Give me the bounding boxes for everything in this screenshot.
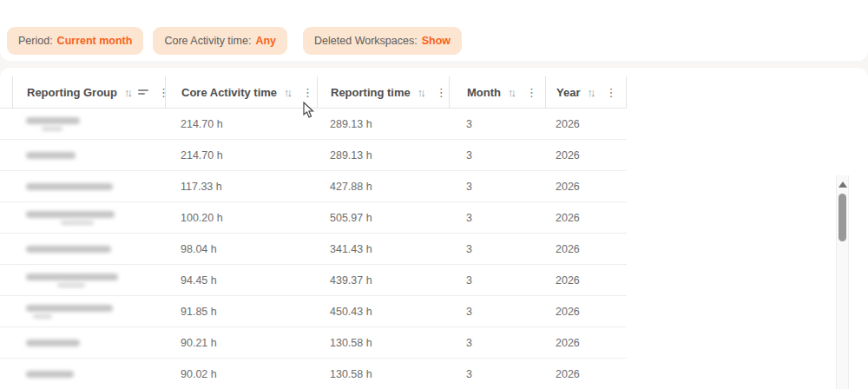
month-cell: 3 bbox=[449, 181, 545, 193]
redacted-name bbox=[26, 274, 118, 280]
year-cell: 2026 bbox=[545, 243, 627, 255]
redacted-name bbox=[26, 211, 115, 218]
sort-icon[interactable]: ↑↓ bbox=[418, 86, 426, 99]
core-activity-time-cell: 94.45 h bbox=[165, 274, 317, 287]
reporting-group-cell bbox=[0, 371, 165, 378]
column-header-reporting-time[interactable]: Reporting time ↑↓ ⋮ bbox=[317, 76, 449, 108]
core-activity-time-cell: 214.70 h bbox=[165, 149, 317, 162]
sort-icon[interactable]: ↑↓ bbox=[587, 86, 595, 99]
reporting-time-cell: 341.43 h bbox=[317, 243, 449, 255]
table-row[interactable]: 91.85 h 450.43 h 3 2026 bbox=[0, 296, 627, 327]
table-row[interactable]: 214.70 h 289.13 h 3 2026 bbox=[0, 109, 627, 140]
filter-icon[interactable] bbox=[138, 89, 148, 95]
month-cell: 3 bbox=[449, 118, 545, 130]
redacted-name bbox=[26, 340, 80, 346]
reporting-time-cell: 289.13 h bbox=[317, 118, 449, 130]
column-label: Month bbox=[467, 86, 501, 99]
table-row[interactable]: 94.45 h 439.37 h 3 2026 bbox=[0, 265, 627, 296]
sort-icon[interactable]: ↑↓ bbox=[284, 86, 293, 99]
reporting-group-cell bbox=[0, 305, 165, 319]
column-header-reporting-group[interactable]: Reporting Group ↑↓ ⋮ bbox=[12, 76, 165, 108]
column-header-year[interactable]: Year ↑↓ ⋮ bbox=[545, 76, 627, 108]
filters-panel: Period: Current month Core Activity time… bbox=[0, 0, 868, 61]
core-activity-time-cell: 214.70 h bbox=[165, 118, 317, 130]
core-activity-time-cell: 98.04 h bbox=[165, 243, 317, 255]
reporting-time-cell: 450.43 h bbox=[317, 306, 449, 318]
filter-chip-value: Current month bbox=[57, 35, 133, 47]
vertical-scrollbar[interactable] bbox=[836, 175, 849, 389]
month-cell: 3 bbox=[449, 368, 545, 380]
reporting-time-cell: 427.88 h bbox=[317, 181, 449, 193]
redacted-name bbox=[26, 246, 111, 253]
year-cell: 2026 bbox=[545, 368, 627, 380]
scroll-up-icon[interactable] bbox=[838, 181, 847, 188]
year-cell: 2026 bbox=[545, 274, 627, 287]
filter-chip-label: Core Activity time: bbox=[164, 35, 251, 47]
redacted-subtext bbox=[57, 283, 85, 287]
reporting-time-cell: 130.58 h bbox=[317, 368, 449, 380]
table-header-row: Reporting Group ↑↓ ⋮ Core Activity time … bbox=[12, 76, 627, 108]
filter-chip-label: Deleted Workspaces: bbox=[314, 35, 418, 47]
filter-chips: Period: Current month Core Activity time… bbox=[7, 27, 462, 55]
month-cell: 3 bbox=[449, 337, 545, 349]
redacted-name bbox=[26, 183, 113, 190]
report-table: Reporting Group ↑↓ ⋮ Core Activity time … bbox=[0, 68, 868, 389]
redacted-subtext bbox=[42, 127, 62, 131]
year-cell: 2026 bbox=[545, 212, 627, 224]
sort-icon[interactable]: ↑↓ bbox=[124, 86, 133, 99]
reporting-group-cell bbox=[0, 152, 165, 159]
column-header-month[interactable]: Month ↑↓ ⋮ bbox=[449, 76, 545, 108]
redacted-name bbox=[26, 371, 74, 378]
table-row[interactable]: 214.70 h 289.13 h 3 2026 bbox=[0, 140, 627, 171]
reporting-group-cell bbox=[0, 340, 165, 346]
year-cell: 2026 bbox=[545, 181, 627, 193]
filter-chip-period[interactable]: Period: Current month bbox=[7, 27, 143, 55]
column-label: Core Activity time bbox=[181, 86, 277, 99]
redacted-subtext bbox=[33, 314, 52, 319]
filter-chip-value: Show bbox=[422, 35, 450, 47]
month-cell: 3 bbox=[449, 274, 545, 287]
table-row[interactable]: 100.20 h 505.97 h 3 2026 bbox=[0, 202, 627, 234]
table-row[interactable]: 117.33 h 427.88 h 3 2026 bbox=[0, 171, 627, 202]
reporting-group-cell bbox=[0, 246, 165, 253]
column-label: Year bbox=[556, 86, 580, 99]
redacted-subtext bbox=[61, 221, 94, 225]
core-activity-time-cell: 100.20 h bbox=[165, 212, 317, 224]
column-label: Reporting time bbox=[331, 86, 411, 99]
column-menu-icon[interactable]: ⋮ bbox=[526, 86, 537, 99]
reporting-group-cell bbox=[0, 274, 165, 287]
core-activity-time-cell: 117.33 h bbox=[165, 181, 317, 193]
column-label: Reporting Group bbox=[27, 86, 117, 99]
table-row[interactable]: 90.21 h 130.58 h 3 2026 bbox=[0, 327, 627, 359]
year-cell: 2026 bbox=[545, 337, 627, 349]
core-activity-time-cell: 90.21 h bbox=[165, 337, 317, 349]
column-menu-icon[interactable]: ⋮ bbox=[436, 86, 447, 99]
reporting-group-cell bbox=[0, 183, 165, 190]
core-activity-time-cell: 90.02 h bbox=[165, 368, 317, 380]
table-row[interactable]: 98.04 h 341.43 h 3 2026 bbox=[0, 234, 627, 265]
year-cell: 2026 bbox=[545, 306, 627, 318]
year-cell: 2026 bbox=[545, 118, 627, 130]
month-cell: 3 bbox=[449, 212, 545, 224]
reporting-group-cell bbox=[0, 211, 165, 225]
reporting-time-cell: 130.58 h bbox=[317, 337, 449, 349]
redacted-name bbox=[26, 117, 80, 124]
scrollbar-thumb[interactable] bbox=[838, 194, 846, 241]
filter-chip-value: Any bbox=[255, 35, 276, 47]
column-menu-icon[interactable]: ⋮ bbox=[605, 86, 616, 99]
reporting-time-cell: 289.13 h bbox=[317, 149, 449, 162]
core-activity-time-cell: 91.85 h bbox=[165, 306, 317, 318]
filter-chip-label: Period: bbox=[18, 35, 53, 47]
redacted-name bbox=[26, 152, 76, 159]
filter-chip-deleted-workspaces[interactable]: Deleted Workspaces: Show bbox=[303, 27, 462, 55]
column-header-core-activity-time[interactable]: Core Activity time ↑↓ ⋮ bbox=[165, 76, 317, 108]
reporting-group-cell bbox=[0, 117, 165, 131]
redacted-name bbox=[26, 305, 113, 312]
sort-icon[interactable]: ↑↓ bbox=[508, 86, 516, 99]
month-cell: 3 bbox=[449, 149, 545, 162]
year-cell: 2026 bbox=[545, 149, 627, 162]
column-menu-icon[interactable]: ⋮ bbox=[302, 86, 313, 99]
filter-chip-core-activity-time[interactable]: Core Activity time: Any bbox=[153, 27, 287, 55]
reporting-time-cell: 439.37 h bbox=[317, 274, 449, 287]
table-row[interactable]: 90.02 h 130.58 h 3 2026 bbox=[0, 359, 627, 389]
